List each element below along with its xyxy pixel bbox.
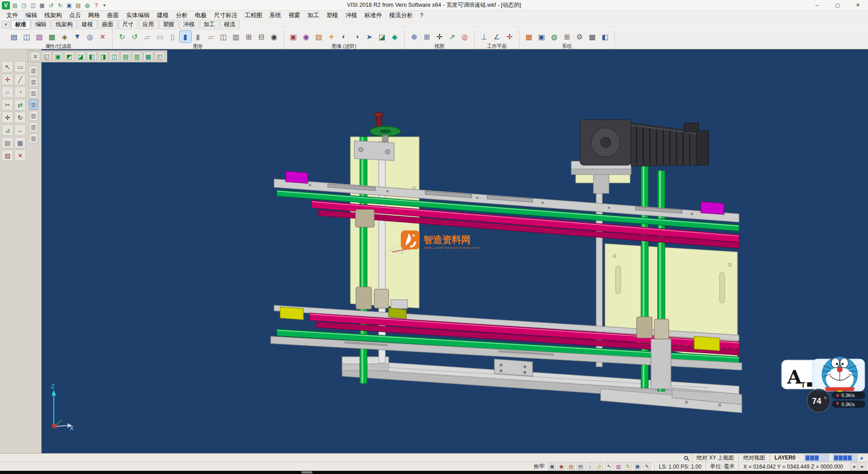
tab-list-dropdown[interactable]: ▾ [2, 21, 10, 28]
taskbar[interactable] [0, 471, 868, 474]
menu-item[interactable]: 视窗 [285, 11, 304, 19]
circle-icon[interactable]: ○ [2, 86, 13, 98]
menu-item[interactable]: 文件 [3, 11, 22, 19]
settings-icon[interactable]: ⚙ [574, 31, 585, 43]
help-icon[interactable]: ? [92, 1, 100, 9]
menu-item[interactable]: 系统 [266, 11, 285, 19]
snapshot-icon[interactable]: ◉ [557, 463, 565, 470]
window-select-icon[interactable]: ▭ [14, 61, 26, 72]
hatch-icon[interactable]: ▨ [2, 150, 13, 161]
render-icon[interactable]: ▣ [288, 31, 299, 43]
tab-standard[interactable]: 标准 [11, 20, 30, 29]
menu-item[interactable]: 尺寸标注 [210, 11, 241, 19]
left-view-icon[interactable]: ◫ [109, 52, 119, 61]
textures-icon[interactable]: ▨ [313, 31, 325, 43]
quick-filter-icon[interactable]: ▼ [71, 31, 83, 43]
menu-item[interactable]: 工程图 [241, 11, 266, 19]
right-view-icon[interactable]: ▤ [121, 52, 131, 61]
menu-item[interactable]: 模流分析 [386, 11, 416, 19]
undo-icon[interactable]: ↺ [47, 1, 55, 9]
workplane-align-icon[interactable]: ∠ [491, 31, 503, 43]
pen-status-icon[interactable]: ✎ [643, 463, 651, 470]
doc-slot-icon[interactable]: ▥ [29, 88, 38, 98]
wireframe-icon[interactable]: ▱ [142, 31, 153, 43]
properties-icon[interactable]: ▤ [8, 31, 20, 43]
doc-slot-icon[interactable]: ▥ [29, 66, 38, 76]
viewbar-window-icon[interactable]: ◱ [42, 52, 52, 61]
tab-modeling[interactable]: 建模 [78, 20, 97, 29]
isolate-icon[interactable]: ◎ [84, 31, 96, 43]
minimize-button[interactable]: ─ [807, 0, 827, 10]
menu-item[interactable]: 点云 [66, 11, 85, 19]
sheet-icon[interactable]: ▥ [230, 31, 242, 43]
transparent-icon[interactable]: ▱ [205, 31, 217, 43]
network-speed-widget[interactable]: 0.3K/s 0.3K/s [832, 392, 865, 408]
trim-icon[interactable]: ✂ [2, 99, 13, 110]
dynamic-hidden-icon[interactable]: ▯ [167, 31, 179, 43]
menu-item[interactable]: 分析 [172, 11, 191, 19]
back-view-icon[interactable]: ◨ [98, 52, 108, 61]
render-sphere-icon[interactable]: ◕ [860, 454, 863, 461]
materials-icon[interactable]: ◉ [300, 31, 312, 43]
zoom-window-icon[interactable]: ⊞ [421, 31, 433, 43]
active-layer-label[interactable]: LAYER0 [769, 454, 800, 462]
maximize-button[interactable]: ▢ [827, 0, 848, 10]
monitor-status-icon[interactable]: ▣ [633, 463, 641, 470]
grid-snap-icon[interactable]: ⊞ [561, 31, 573, 43]
search-icon[interactable] [684, 456, 688, 460]
display-level-bar-2[interactable] [833, 455, 857, 461]
shaded-edges-icon[interactable]: ▮ [192, 31, 204, 43]
gem-render-icon[interactable]: ◆ [389, 31, 401, 43]
open-file-icon[interactable]: ◳ [20, 1, 28, 9]
view-manager-icon[interactable]: ◰ [155, 52, 165, 61]
doc-slot-icon[interactable]: ▥ [29, 111, 38, 121]
steering-wheel-icon[interactable]: ◉ [268, 31, 280, 43]
doc-slot-icon[interactable]: ▥ [29, 77, 38, 87]
iso-view-icon[interactable]: ▣ [53, 52, 63, 61]
doc-slot-icon[interactable]: ▥ [29, 133, 38, 143]
multi-window-icon[interactable]: ◫ [217, 31, 229, 43]
expand-icon[interactable]: ▸ [859, 463, 866, 470]
reset-filter-icon[interactable]: ✕ [97, 31, 108, 43]
menu-item[interactable]: ? [416, 12, 427, 19]
color-table-icon[interactable]: ▦ [523, 31, 535, 43]
layers-icon[interactable]: ▤ [74, 1, 82, 9]
viewbar-list-icon[interactable]: ≡ [30, 52, 40, 61]
display-level-bar-1[interactable] [805, 455, 829, 461]
viewport-canvas[interactable]: 智造资料网 INTELLIGENT MANUFACTURING DATA Z X [42, 49, 868, 453]
globe-icon[interactable]: ◍ [83, 1, 91, 9]
viewport-3d[interactable]: 智造资料网 INTELLIGENT MANUFACTURING DATA Z X [42, 49, 868, 453]
close-button[interactable]: ✕ [848, 0, 868, 10]
dynamic-rotate-icon[interactable]: ▦ [143, 52, 153, 61]
doc-slot-icon[interactable]: ▥ [29, 100, 38, 109]
lighting-icon[interactable]: ☀ [326, 31, 337, 43]
top-view-icon[interactable]: ◩ [64, 52, 74, 61]
quick-access-dropdown[interactable]: ▾ [101, 3, 108, 8]
menu-item[interactable]: 标准件 [361, 11, 386, 19]
tab-dimension[interactable]: 尺寸 [118, 20, 138, 29]
layer-filter-icon[interactable]: ▦ [46, 31, 58, 43]
redraw-icon[interactable]: ↻ [116, 31, 128, 43]
zoom-extents-icon[interactable]: ⊕ [408, 31, 420, 43]
refresh-status-icon[interactable]: ↻ [624, 463, 632, 470]
view-mode-label[interactable]: 绝对视图 [738, 454, 769, 462]
redo-icon[interactable]: ↻ [56, 1, 64, 9]
menu-item[interactable]: 建模 [153, 11, 172, 19]
dimension-icon[interactable]: ↔ [14, 124, 26, 136]
tab-stamping[interactable]: 冲模 [179, 20, 199, 29]
cad-model[interactable] [271, 113, 742, 413]
render-status-icon[interactable]: ▨ [567, 463, 575, 470]
tab-wireframe[interactable]: 线架构 [52, 20, 77, 29]
menu-item[interactable]: 曲面 [104, 11, 123, 19]
arrow-annotate-icon[interactable]: ➤ [363, 31, 375, 43]
menu-item[interactable]: 塑模 [323, 11, 342, 19]
layers-panel-icon[interactable]: ▤ [2, 137, 13, 148]
type-filter-icon[interactable]: ◈ [59, 31, 71, 43]
front-view-icon[interactable]: ◧ [87, 52, 97, 61]
erase-icon[interactable]: ✕ [14, 150, 26, 161]
info-icon[interactable]: i [586, 463, 594, 470]
section-view-icon[interactable]: ◪ [376, 31, 388, 43]
tab-mold[interactable]: 塑膜 [159, 20, 179, 29]
rotate-icon[interactable]: ↻ [14, 112, 26, 123]
taskbar-item[interactable] [302, 471, 312, 474]
